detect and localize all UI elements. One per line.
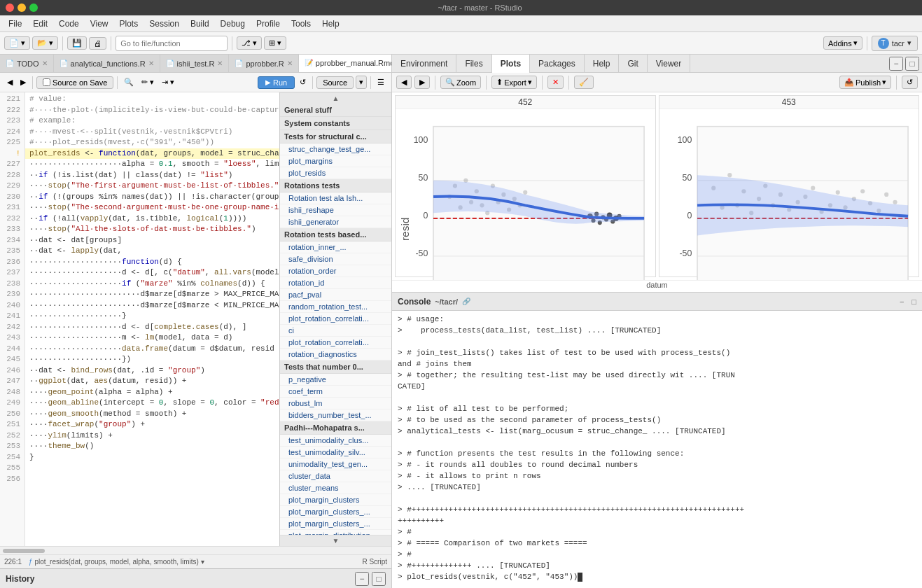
fn-plot-margin-clusters3[interactable]: plot_margin_clusters_... xyxy=(280,518,391,530)
source-on-save-button[interactable]: Source on Save xyxy=(36,76,113,89)
menu-tools[interactable]: Tools xyxy=(286,18,316,30)
close-button[interactable] xyxy=(6,4,14,12)
code-tools-button[interactable]: ✏ ▾ xyxy=(139,76,157,88)
addins-button[interactable]: Addins ▾ xyxy=(823,36,862,50)
save-button[interactable]: 💾 xyxy=(67,36,87,50)
history-tab[interactable]: History xyxy=(6,574,34,584)
fn-plot-margin-dist[interactable]: plot_margin_distribution xyxy=(280,530,391,535)
fn-rotation-inner[interactable]: rotation_inner_... xyxy=(280,241,391,253)
tab-ishii[interactable]: 📄 ishii_test.R ✕ xyxy=(160,55,230,73)
console-expand-button[interactable]: □ xyxy=(909,296,919,307)
horiz-scroll-thumb[interactable] xyxy=(3,549,45,553)
fn-bidders-number[interactable]: bidders_number_test_... xyxy=(280,410,391,421)
fn-random-rotation[interactable]: random_rotation_test... xyxy=(280,301,391,313)
forward-button[interactable]: ▶ xyxy=(18,76,29,88)
delete-plot-button[interactable]: ✕ xyxy=(547,76,564,89)
fn-rotation-ala-ish[interactable]: Rotation test ala Ish... xyxy=(280,192,391,204)
code-content[interactable]: # value: #····the·plot·(implicitely·is·v… xyxy=(25,92,279,546)
back-button[interactable]: ◀ xyxy=(4,76,15,88)
source-dropdown-button[interactable]: ▾ xyxy=(356,76,367,89)
fn-unimodality-gen[interactable]: unimodality_test_gen... xyxy=(280,458,391,470)
indent-button[interactable]: ⇥ ▾ xyxy=(159,76,177,88)
publish-button[interactable]: 📤 Publish ▾ xyxy=(839,76,891,89)
right-expand-button[interactable]: □ xyxy=(905,57,919,71)
tab-viewer[interactable]: Viewer xyxy=(648,55,690,73)
window-controls[interactable] xyxy=(6,4,38,12)
history-expand-button[interactable]: □ xyxy=(372,572,386,586)
tab-todo-close[interactable]: ✕ xyxy=(42,59,48,67)
tab-files[interactable]: Files xyxy=(456,55,491,73)
print-button[interactable]: 🖨 xyxy=(89,37,106,50)
fn-plot-margin-clusters2[interactable]: plot_margin_clusters_... xyxy=(280,506,391,518)
menu-build[interactable]: Build xyxy=(185,18,215,30)
fn-plot-margin-clusters[interactable]: plot_margin_clusters xyxy=(280,494,391,506)
maximize-button[interactable] xyxy=(29,4,38,12)
minimize-button[interactable] xyxy=(18,4,26,12)
fn-coef-term[interactable]: coef_term xyxy=(280,386,391,398)
menu-file[interactable]: File xyxy=(3,18,27,30)
export-button[interactable]: ⬆ Export ▾ xyxy=(491,76,537,89)
history-collapse-button[interactable]: − xyxy=(355,572,369,586)
fn-pacf-pval[interactable]: pacf_pval xyxy=(280,289,391,301)
broom-button[interactable]: 🧹 xyxy=(574,76,594,89)
source-button[interactable]: Source xyxy=(316,76,354,89)
git-button[interactable]: ⎇ ▾ xyxy=(237,36,262,50)
zoom-button[interactable]: 🔍 Zoom xyxy=(440,76,481,89)
grid-button[interactable]: ⊞ ▾ xyxy=(264,36,286,50)
fn-ishii-generator[interactable]: ishii_generator xyxy=(280,216,391,228)
fn-rotation-id[interactable]: rotation_id xyxy=(280,277,391,289)
tab-help[interactable]: Help xyxy=(585,55,620,73)
fn-plot-rotation-corr1[interactable]: plot_rotation_correlati... xyxy=(280,313,391,325)
fn-plot-margins[interactable]: plot_margins xyxy=(280,155,391,167)
code-editor[interactable]: 221 222 223 224 225 ! 227 228 229 230 23… xyxy=(0,92,279,546)
console-collapse-button[interactable]: − xyxy=(897,296,907,307)
console-output[interactable]: > # usage: > process_tests(data_list, te… xyxy=(392,311,922,588)
tab-packages[interactable]: Packages xyxy=(530,55,585,73)
plots-back-button[interactable]: ◀ xyxy=(396,76,412,89)
right-collapse-button[interactable]: − xyxy=(889,57,903,71)
tab-analytical-close[interactable]: ✕ xyxy=(148,59,154,67)
fn-test-unimodality-clus[interactable]: test_unimodality_clus... xyxy=(280,435,391,447)
fn-cluster-means[interactable]: cluster_means xyxy=(280,482,391,494)
run-button[interactable]: ▶ Run xyxy=(258,76,295,89)
re-run-button[interactable]: ↺ xyxy=(297,76,309,88)
fn-scroll-down[interactable]: ▼ xyxy=(280,535,391,546)
horizontal-scrollbar[interactable] xyxy=(0,546,391,554)
tab-pprobber-close[interactable]: ✕ xyxy=(287,59,293,67)
tab-pprobber[interactable]: 📄 pprobber.R ✕ xyxy=(229,55,298,73)
fn-scroll-up[interactable]: ▲ xyxy=(280,92,391,104)
profile-button[interactable]: T tacr ▾ xyxy=(872,36,918,51)
fn-cluster-data[interactable]: cluster_data xyxy=(280,470,391,482)
plots-refresh-button[interactable]: ↺ xyxy=(902,76,918,89)
new-file-button[interactable]: 📄 ▾ xyxy=(4,36,30,50)
tab-plots[interactable]: Plots xyxy=(492,55,530,73)
fn-struc-change[interactable]: struc_change_test_ge... xyxy=(280,144,391,155)
menu-help[interactable]: Help xyxy=(316,18,345,30)
menu-code[interactable]: Code xyxy=(53,18,85,30)
find-button[interactable]: 🔍 xyxy=(121,76,137,88)
source-on-save-checkbox[interactable] xyxy=(43,78,50,86)
fn-test-unimodality-silv[interactable]: test_unimodality_silv... xyxy=(280,447,391,458)
menu-view[interactable]: View xyxy=(85,18,114,30)
tab-git[interactable]: Git xyxy=(619,55,647,73)
tab-todo[interactable]: 📄 TODO ✕ xyxy=(0,55,54,73)
menu-plots[interactable]: Plots xyxy=(114,18,144,30)
fn-safe-division[interactable]: safe_division xyxy=(280,253,391,265)
console-input-line[interactable]: > plot_resids(vestnik, c("452", "453")) xyxy=(398,571,916,582)
fn-plot-resids[interactable]: plot_resids xyxy=(280,167,391,179)
fn-ci[interactable]: ci xyxy=(280,325,391,337)
goto-file-input[interactable] xyxy=(116,36,228,51)
menu-edit[interactable]: Edit xyxy=(27,18,53,30)
open-file-button[interactable]: 📂 ▾ xyxy=(32,36,58,50)
menu-session[interactable]: Session xyxy=(144,18,185,30)
tab-analytical[interactable]: 📄 analytical_functions.R ✕ xyxy=(54,55,160,73)
fn-robust-lm[interactable]: robust_lm xyxy=(280,398,391,410)
fn-ishii-reshape[interactable]: ishii_reshape xyxy=(280,204,391,216)
fn-p-negative[interactable]: p_negative xyxy=(280,374,391,386)
tab-environment[interactable]: Environment xyxy=(392,55,456,73)
fn-rotation-order[interactable]: rotation_order xyxy=(280,265,391,277)
fn-plot-rotation-corr2[interactable]: plot_rotation_correlati... xyxy=(280,337,391,349)
tab-pprobber-manual[interactable]: 📝 pprobber_manual.Rmd ✕ xyxy=(299,55,391,73)
menu-debug[interactable]: Debug xyxy=(215,18,251,30)
tab-ishii-close[interactable]: ✕ xyxy=(217,59,223,67)
